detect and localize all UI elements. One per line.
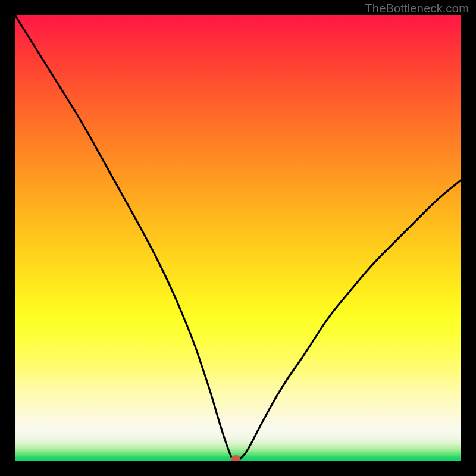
chart-frame: TheBottleneck.com: [0, 0, 476, 476]
bottleneck-curve: [15, 15, 461, 461]
plot-area: [15, 15, 461, 461]
watermark-text: TheBottleneck.com: [365, 2, 469, 15]
bottleneck-curve-svg: [15, 15, 461, 461]
minimum-marker: [231, 455, 240, 461]
